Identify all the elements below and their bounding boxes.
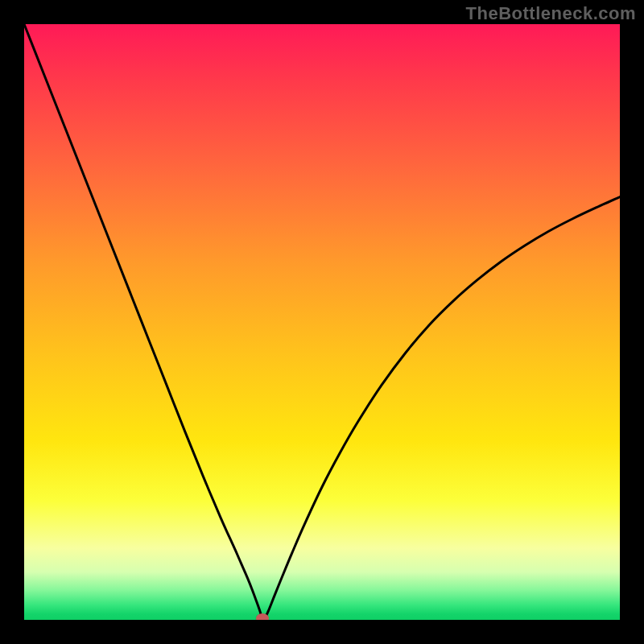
minimum-marker	[256, 613, 269, 620]
chart-frame: TheBottleneck.com	[0, 0, 644, 644]
plot-area	[24, 24, 620, 620]
bottleneck-curve	[24, 24, 620, 620]
watermark-text: TheBottleneck.com	[466, 3, 636, 24]
